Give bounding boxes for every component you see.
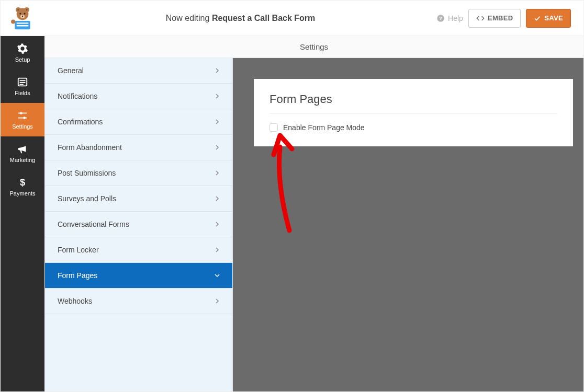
settings-label: Surveys and Polls [58,194,116,203]
form-name: Request a Call Back Form [212,14,315,22]
svg-rect-11 [17,25,29,26]
chevron-right-icon [215,170,220,176]
wpforms-bear-logo-icon [9,6,36,31]
svg-point-4 [26,9,28,10]
top-actions: ? Help EMBED SAVE [436,9,583,28]
bullhorn-icon [17,143,28,155]
settings-label: Form Pages [58,271,97,280]
chevron-right-icon [215,196,220,201]
settings-item-confirmations[interactable]: Confirmations [45,109,232,135]
dollar-icon: $ [17,177,28,188]
chevron-right-icon [215,68,220,73]
settings-item-post-submissions[interactable]: Post Submissions [45,160,232,186]
settings-item-surveys-polls[interactable]: Surveys and Polls [45,186,232,212]
list-icon [17,76,28,88]
settings-label: Webhooks [58,297,92,305]
page-heading-bar: Settings [44,36,583,58]
nav-label: Fields [15,90,30,96]
settings-label: Notifications [58,92,97,100]
svg-rect-10 [17,22,29,24]
check-icon [534,15,541,22]
checkbox-label: Enable Form Page Mode [283,123,365,132]
nav-label: Marketing [10,157,35,163]
nav-item-settings[interactable]: Settings [1,103,44,136]
svg-point-22 [23,117,26,119]
nav-label: Settings [12,123,33,130]
settings-side-panel: General Notifications Confirmations Form… [44,58,233,391]
settings-label: General [58,66,84,75]
title-prefix: Now editing [166,14,210,22]
settings-item-form-pages[interactable]: Form Pages [45,263,232,289]
svg-point-6 [24,13,25,14]
settings-item-conversational[interactable]: Conversational Forms [45,212,232,237]
embed-label: EMBED [488,14,513,22]
help-icon: ? [436,14,445,22]
content-area: Form Pages Enable Form Page Mode [233,58,583,391]
settings-label: Form Abandonment [58,143,122,152]
topbar: Now editing Request a Call Back Form ? H… [1,1,583,36]
settings-item-abandonment[interactable]: Form Abandonment [45,135,232,160]
embed-button[interactable]: EMBED [468,9,521,28]
svg-point-8 [22,15,23,16]
settings-label: Confirmations [58,118,103,126]
settings-item-general[interactable]: General [45,58,232,84]
save-button[interactable]: SAVE [526,9,571,28]
nav-item-fields[interactable]: Fields [1,70,44,103]
nav-item-marketing[interactable]: Marketing [1,136,44,170]
logo [1,1,44,36]
card-heading: Form Pages [269,93,557,114]
code-icon [476,15,485,21]
nav-item-payments[interactable]: $ Payments [1,170,44,203]
body-wrap: General Notifications Confirmations Form… [44,58,583,391]
chevron-down-icon [215,273,220,278]
chevron-right-icon [215,94,220,99]
annotation-arrow-icon [268,131,300,236]
chevron-right-icon [215,222,220,227]
sliders-icon [17,110,28,121]
help-link[interactable]: ? Help [436,14,463,22]
checkbox-enable-form-page[interactable] [269,123,278,132]
svg-text:$: $ [20,177,25,188]
nav-item-setup[interactable]: Setup [1,36,44,70]
chevron-right-icon [215,145,220,150]
settings-item-form-locker[interactable]: Form Locker [45,237,232,263]
svg-point-3 [17,9,19,10]
chevron-right-icon [215,298,220,304]
chevron-right-icon [215,119,220,124]
left-nav: Setup Fields Settings Marketing $ Paymen… [1,36,44,391]
svg-text:?: ? [439,16,442,21]
save-label: SAVE [544,14,563,22]
settings-label: Conversational Forms [58,220,129,228]
nav-label: Payments [10,190,36,197]
enable-form-page-mode-row[interactable]: Enable Form Page Mode [269,123,557,132]
svg-point-5 [19,13,21,14]
settings-item-webhooks[interactable]: Webhooks [45,289,232,314]
form-pages-card: Form Pages Enable Form Page Mode [254,79,573,146]
chevron-right-icon [215,247,220,252]
nav-label: Setup [15,56,30,63]
settings-item-notifications[interactable]: Notifications [45,84,232,109]
svg-point-20 [20,112,23,114]
help-label: Help [448,14,463,22]
svg-point-12 [11,19,15,24]
page-heading: Settings [300,42,328,51]
settings-label: Post Submissions [58,169,116,177]
settings-label: Form Locker [58,246,99,254]
form-title-display: Now editing Request a Call Back Form [44,14,436,23]
gear-icon [17,43,28,54]
